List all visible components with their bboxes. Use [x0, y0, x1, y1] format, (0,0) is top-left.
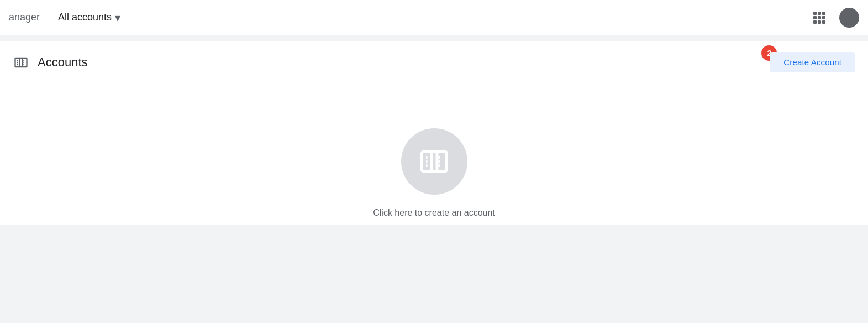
grid-dot: [822, 16, 825, 19]
grid-dot: [818, 16, 821, 19]
nav-right: [808, 7, 859, 29]
accounts-icon: [11, 53, 31, 72]
all-accounts-dropdown[interactable]: All accounts ▾: [49, 11, 120, 24]
grid-dot: [813, 20, 817, 24]
sub-nav-separator: [0, 35, 868, 41]
grid-dot: [818, 12, 821, 15]
avatar-image: [839, 8, 859, 28]
app-name: anager: [9, 12, 49, 23]
avatar[interactable]: [839, 8, 859, 28]
chevron-down-icon: ▾: [115, 11, 120, 24]
grid-dot: [818, 20, 821, 24]
building-icon: [418, 145, 451, 178]
top-nav: anager All accounts ▾: [0, 0, 868, 35]
create-account-button[interactable]: Create Account: [770, 52, 855, 72]
all-accounts-label: All accounts: [58, 12, 112, 23]
empty-state-icon-circle: [401, 128, 467, 195]
nav-left: anager All accounts ▾: [9, 11, 120, 24]
grid-dot: [822, 20, 825, 24]
apps-grid-button[interactable]: [808, 7, 830, 29]
page-header: Accounts 2 Create Account: [0, 41, 868, 84]
grid-dot: [813, 12, 817, 15]
grid-dots-icon: [813, 12, 825, 24]
empty-state-text: Click here to create an account: [373, 208, 495, 218]
footer-bar: [0, 225, 868, 251]
page-title: Accounts: [38, 55, 88, 70]
create-account-wrapper: 2 Create Account: [770, 52, 855, 72]
page-title-section: Accounts: [11, 53, 88, 72]
grid-dot: [822, 12, 825, 15]
main-content: Accounts 2 Create Account Click here to …: [0, 41, 868, 251]
grid-dot: [813, 16, 817, 19]
